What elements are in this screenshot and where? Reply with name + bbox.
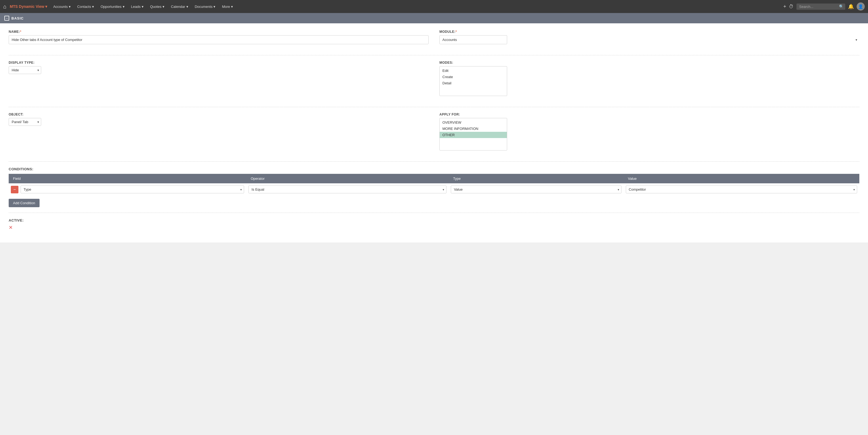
nav-calendar-label: Calendar <box>171 5 185 9</box>
nav-contacts-chevron: ▾ <box>92 5 94 9</box>
mode-detail[interactable]: Detail <box>440 80 507 86</box>
form-group-name: NAME:* <box>9 30 429 44</box>
nav-opportunities-label: Opportunities <box>100 5 121 9</box>
apply-for-listbox[interactable]: OVERVIEW MORE INFORMATION OTHER <box>439 118 507 150</box>
form-group-conditions: CONDITIONS: Field Operator Type Value − <box>9 167 859 207</box>
search-input[interactable] <box>797 3 845 10</box>
add-condition-button[interactable]: Add Condition <box>9 199 39 207</box>
section-title: BASIC <box>11 16 24 20</box>
search-wrap: 🔍 <box>797 3 845 10</box>
nav-accounts-chevron: ▾ <box>69 5 71 9</box>
top-navigation: ⌂ MTS Dynamic View ▾ Accounts ▾ Contacts… <box>0 0 868 13</box>
notification-icon[interactable]: 🔔 <box>848 3 854 9</box>
operator-select-wrap: Is Equal ▾ <box>248 185 446 193</box>
nav-documents-label: Documents <box>195 5 213 9</box>
type-select-wrap: Value ▾ <box>451 185 621 193</box>
display-type-select-wrap: Hide Show ▾ <box>9 66 41 74</box>
nav-item-documents[interactable]: Documents ▾ <box>192 0 218 13</box>
apply-other[interactable]: OTHER <box>440 132 507 138</box>
nav-opportunities-chevron: ▾ <box>123 5 125 9</box>
add-button[interactable]: + <box>783 4 786 9</box>
nav-contacts-label: Contacts <box>77 5 91 9</box>
nav-item-quotes[interactable]: Quotes ▾ <box>147 0 167 13</box>
mode-create[interactable]: Create <box>440 74 507 80</box>
object-select-wrap: Panel/ Tab Field Button ▾ <box>9 118 41 126</box>
form-col-name: NAME:* <box>9 30 429 50</box>
form-group-apply-for: APPLY FOR: OVERVIEW MORE INFORMATION OTH… <box>439 113 859 150</box>
nav-item-calendar[interactable]: Calendar ▾ <box>168 0 191 13</box>
collapse-icon: − <box>6 16 8 20</box>
form-col-modes: MODES: Edit Create Detail <box>439 61 859 102</box>
mode-edit[interactable]: Edit <box>440 67 507 74</box>
field-select-wrap: Type ▾ <box>21 185 244 193</box>
history-button[interactable]: ⏱ <box>789 4 794 9</box>
collapse-button[interactable]: − <box>4 16 9 21</box>
form-col-object: OBJECT: Panel/ Tab Field Button ▾ <box>9 113 429 156</box>
field-select[interactable]: Type <box>21 185 244 193</box>
remove-condition-button[interactable]: − <box>11 186 19 193</box>
form-row-object-applyfor: OBJECT: Panel/ Tab Field Button ▾ <box>9 113 859 156</box>
conditions-table: Field Operator Type Value − Type <box>9 174 859 196</box>
nav-actions: + ⏱ 🔍 🔔 👤 <box>783 2 865 10</box>
module-select[interactable]: Accounts Contacts Leads Opportunities <box>439 35 507 44</box>
brand-dropdown-icon: ▾ <box>45 4 47 9</box>
condition-row-1-operator-cell: Is Equal ▾ <box>246 183 448 196</box>
object-select[interactable]: Panel/ Tab Field Button <box>9 118 41 126</box>
col-header-value: Value <box>624 174 859 183</box>
modes-label: MODES: <box>439 61 859 64</box>
form-col-module: MODULE:* Accounts Contacts Leads Opportu… <box>439 30 859 50</box>
display-type-select[interactable]: Hide Show <box>9 66 41 74</box>
nav-leads-label: Leads <box>131 5 141 9</box>
conditions-label: CONDITIONS: <box>9 167 859 171</box>
condition-row-1-value-cell: Competitor ▾ <box>624 183 859 196</box>
nav-calendar-chevron: ▾ <box>186 5 188 9</box>
basic-section-header: − BASIC <box>0 13 868 23</box>
nav-item-accounts[interactable]: Accounts ▾ <box>51 0 73 13</box>
module-select-wrap: Accounts Contacts Leads Opportunities ▾ <box>439 35 859 44</box>
name-input[interactable] <box>9 35 429 44</box>
form-row-display-modes: DISPLAY TYPE: Hide Show ▾ MODES: <box>9 61 859 102</box>
nav-documents-chevron: ▾ <box>214 5 215 9</box>
form-col-apply-for: APPLY FOR: OVERVIEW MORE INFORMATION OTH… <box>439 113 859 156</box>
form-group-display-type: DISPLAY TYPE: Hide Show ▾ <box>9 61 429 74</box>
nav-item-leads[interactable]: Leads ▾ <box>128 0 146 13</box>
form-area: NAME:* MODULE:* Accounts Contacts Leads <box>0 23 868 242</box>
value-select-wrap: Competitor ▾ <box>626 185 857 193</box>
home-icon[interactable]: ⌂ <box>3 3 6 10</box>
form-row-name-module: NAME:* MODULE:* Accounts Contacts Leads <box>9 30 859 50</box>
form-group-modes: MODES: Edit Create Detail <box>439 61 859 96</box>
nav-item-opportunities[interactable]: Opportunities ▾ <box>98 0 127 13</box>
condition-row-1-field-cell: − Type ▾ <box>9 183 246 196</box>
operator-select[interactable]: Is Equal <box>248 185 446 193</box>
apply-overview[interactable]: OVERVIEW <box>440 119 507 125</box>
active-checkbox[interactable]: ✕ <box>9 225 859 231</box>
display-type-label: DISPLAY TYPE: <box>9 61 429 64</box>
form-col-display-type: DISPLAY TYPE: Hide Show ▾ <box>9 61 429 102</box>
search-icon[interactable]: 🔍 <box>839 4 844 9</box>
nav-accounts-label: Accounts <box>53 5 67 9</box>
condition-row-1-type-cell: Value ▾ <box>448 183 623 196</box>
nav-item-contacts[interactable]: Contacts ▾ <box>74 0 97 13</box>
nav-more-label: More <box>222 5 230 9</box>
form-group-module: MODULE:* Accounts Contacts Leads Opportu… <box>439 30 859 44</box>
apply-more-information[interactable]: MORE INFORMATION <box>440 125 507 132</box>
col-header-field: Field <box>9 174 246 183</box>
apply-for-label: APPLY FOR: <box>439 113 859 116</box>
form-group-object: OBJECT: Panel/ Tab Field Button ▾ <box>9 113 429 126</box>
value-select[interactable]: Competitor <box>626 185 857 193</box>
module-label: MODULE:* <box>439 30 859 34</box>
modes-listbox[interactable]: Edit Create Detail <box>439 66 507 96</box>
condition-row-1: − Type ▾ Is Equal <box>9 183 859 196</box>
avatar[interactable]: 👤 <box>857 2 865 10</box>
page-content: − BASIC NAME:* MODULE:* <box>0 13 868 242</box>
active-icon: ✕ <box>9 225 13 230</box>
active-label: ACTIVE: <box>9 218 859 222</box>
nav-item-more[interactable]: More ▾ <box>219 0 236 13</box>
col-header-operator: Operator <box>246 174 448 183</box>
nav-more-chevron: ▾ <box>231 5 233 9</box>
type-select[interactable]: Value <box>451 185 621 193</box>
col-header-type: Type <box>448 174 623 183</box>
brand-logo[interactable]: MTS Dynamic View ▾ <box>10 4 47 9</box>
module-select-arrow: ▾ <box>856 38 857 42</box>
nav-quotes-chevron: ▾ <box>162 5 164 9</box>
